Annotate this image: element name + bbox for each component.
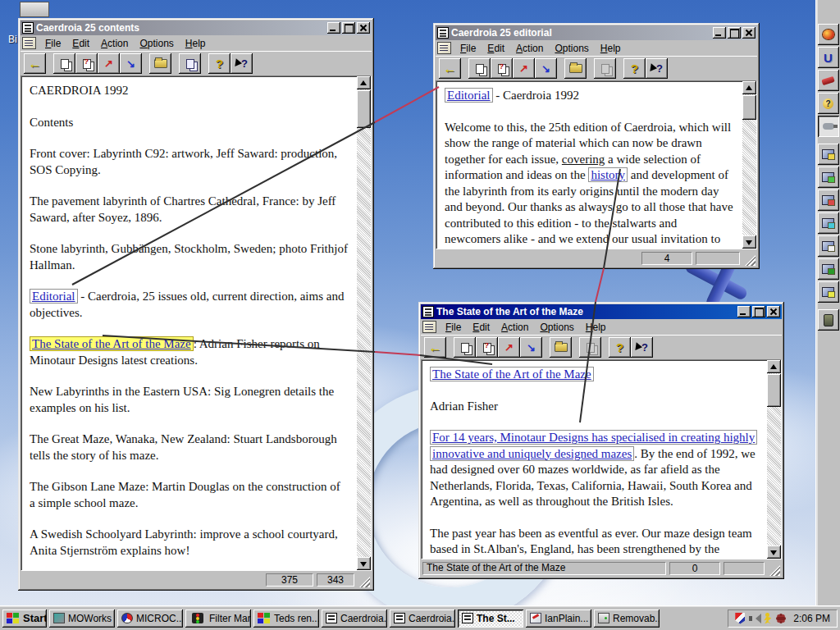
hotword-covering[interactable]: covering [562,153,605,166]
jump-back-button[interactable]: ↘ [520,337,542,358]
copy-page-button[interactable] [468,58,491,79]
taskbar-button-teds[interactable]: Teds ren... [253,609,319,628]
help-button[interactable]: ? [208,53,231,74]
exit-button[interactable]: ← [439,58,461,79]
minimize-button[interactable] [713,27,726,39]
context-help-button[interactable]: ? [231,53,253,74]
close-button[interactable] [742,27,756,39]
menu-options[interactable]: Options [549,41,594,56]
menu-file[interactable]: File [440,320,467,335]
resize-grip[interactable] [359,577,370,587]
annotation-page-icon[interactable] [437,42,451,54]
launcher-uninstall-button[interactable]: U [818,47,839,68]
menu-help[interactable]: Help [595,41,627,56]
scroll-thumb[interactable] [357,90,371,128]
close-button[interactable] [357,22,370,34]
context-help-button[interactable]: ? [631,337,653,358]
link-editorial[interactable]: Editorial [30,289,78,304]
menu-help[interactable]: Help [180,36,212,51]
titlebar[interactable]: Caerdroia 25 contents [21,21,372,35]
taskbar-button-caerdroia-2[interactable]: Caerdroia... [390,609,455,628]
scroll-down-button[interactable] [357,557,371,570]
annotation-page-icon[interactable] [22,37,36,49]
launcher-drive-eject-button[interactable] [818,235,839,257]
link-state-of-the-art[interactable]: The State of the Art of the Maze [30,336,194,351]
start-button[interactable]: Start [2,609,47,628]
taskbar-button-the-state[interactable]: The St... [458,609,523,628]
resize-grip[interactable] [745,255,756,266]
open-button[interactable] [550,337,572,358]
help-button[interactable]: ? [623,58,646,79]
maximize-button[interactable] [752,306,765,317]
scroll-down-button[interactable] [767,546,781,559]
paste-page-button[interactable] [476,337,498,358]
menu-action[interactable]: Action [510,41,549,56]
launcher-computer-yellow-button[interactable] [818,281,839,303]
taskbar-button-caerdroia-1[interactable]: Caerdroia... [322,609,387,628]
menu-edit[interactable]: Edit [467,320,495,335]
launcher-printer-button[interactable] [818,189,839,211]
paste-page-button[interactable] [491,58,513,79]
vertical-scrollbar[interactable] [742,81,756,249]
launcher-monitor-cd-button[interactable] [818,212,839,234]
menu-edit[interactable]: Edit [482,41,510,56]
taskbar-button-microc[interactable]: MICROC... [117,609,183,628]
flower-icon[interactable] [776,614,786,623]
menu-options[interactable]: Options [534,320,579,335]
annotation-page-icon[interactable] [422,321,436,333]
copy-page-button[interactable] [454,337,476,358]
resize-grip[interactable] [769,565,780,576]
scroll-thumb[interactable] [767,374,781,407]
close-button[interactable] [767,306,780,317]
titlebar[interactable]: Caerdroia 25 editorial [436,25,757,40]
scroll-thumb[interactable] [742,95,756,120]
launcher-computer-green-button[interactable] [818,258,839,280]
vertical-scrollbar[interactable] [357,76,371,570]
help-button[interactable]: ? [609,337,631,358]
launcher-computer-dollar-button[interactable] [818,144,839,165]
vertical-scrollbar[interactable] [767,360,781,559]
scroll-down-button[interactable] [742,235,756,249]
menu-help[interactable]: Help [580,320,612,335]
open-button[interactable] [149,53,171,74]
taskbar-button-moworks[interactable]: MOWorks [49,609,115,628]
minimize-button[interactable] [737,306,751,317]
scroll-up-button[interactable] [767,360,781,373]
launcher-stapler-button[interactable] [818,70,839,91]
copy-page-button[interactable] [53,53,75,74]
shield-icon[interactable] [735,613,745,624]
launcher-bug-button[interactable] [818,24,839,45]
exit-button[interactable]: ← [424,337,446,358]
jump-forward-button[interactable]: ↗ [513,58,535,79]
taskbar-button-ianplain[interactable]: IanPlain... [526,609,591,628]
menu-file[interactable]: File [454,41,482,56]
maximize-button[interactable] [342,22,355,34]
jump-back-button[interactable]: ↘ [535,58,557,79]
maximize-button[interactable] [728,27,741,39]
speaker-icon[interactable] [749,614,759,623]
link-history[interactable]: history [588,167,628,182]
menu-edit[interactable]: Edit [66,36,95,51]
copy-button[interactable] [179,53,201,74]
launcher-handheld-button[interactable] [818,309,839,331]
menu-file[interactable]: File [39,36,66,51]
menu-action[interactable]: Action [95,36,134,51]
taskbar-button-filter-manager[interactable]: Filter Man... [185,609,251,628]
menu-options[interactable]: Options [134,36,179,51]
person-icon[interactable] [763,613,772,624]
launcher-laptop-button[interactable] [818,167,839,188]
launcher-plug-button[interactable] [818,116,839,137]
jump-forward-button[interactable]: ↗ [498,337,520,358]
jump-forward-button[interactable]: ↗ [98,53,120,74]
menu-action[interactable]: Action [495,320,534,335]
minimize-button[interactable] [327,22,340,34]
context-help-button[interactable]: ? [646,58,668,79]
titlebar[interactable]: The State of the Art of the Maze [421,304,782,319]
paste-page-button[interactable] [75,53,98,74]
launcher-question-button[interactable]: ? [818,93,839,114]
desktop-icon-partial[interactable] [20,2,49,17]
exit-button[interactable]: ← [24,53,46,74]
link-state-heading[interactable]: The State of the Art of the Maze [430,367,594,381]
open-button[interactable] [564,58,587,79]
scroll-up-button[interactable] [357,76,371,89]
